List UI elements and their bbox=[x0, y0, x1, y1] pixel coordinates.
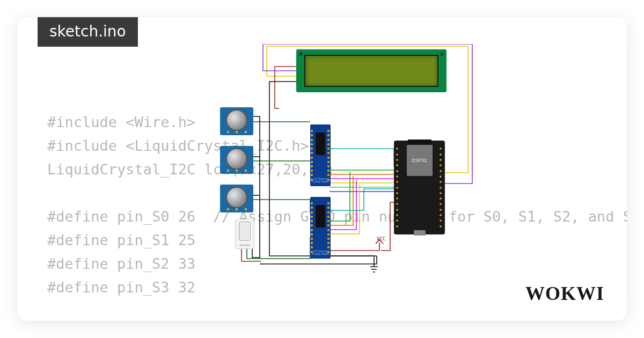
code-line: #define pin_S3 32 bbox=[47, 279, 195, 296]
filename-text: sketch.ino bbox=[49, 23, 126, 40]
dht-label: DHT22 bbox=[236, 244, 254, 247]
circuit-diagram[interactable]: DHT22 16 Channel Analog Digital 16 Chann… bbox=[216, 44, 506, 280]
filename-tab[interactable]: sketch.ino bbox=[38, 17, 138, 47]
mux-label: 16 Channel Analog Digital bbox=[310, 178, 331, 183]
esp32-board[interactable]: ESP32 bbox=[394, 141, 445, 234]
preview-card: sketch.ino #include <Wire.h> #include <L… bbox=[17, 17, 627, 321]
usb-port-icon bbox=[414, 230, 426, 236]
mux-label: 16 Channel Analog Digital bbox=[310, 250, 331, 255]
lcd-display[interactable] bbox=[296, 49, 447, 92]
potentiometer-3[interactable] bbox=[220, 185, 253, 212]
multiplexer-2[interactable]: 16 Channel Analog Digital bbox=[310, 197, 331, 259]
vcc-label: VCC bbox=[377, 236, 385, 241]
esp32-chip-label: ESP32 bbox=[412, 158, 427, 163]
multiplexer-1[interactable]: 16 Channel Analog Digital bbox=[310, 124, 331, 186]
dht22-sensor[interactable]: DHT22 bbox=[235, 219, 254, 249]
potentiometer-1[interactable] bbox=[220, 107, 253, 135]
wokwi-brand: WOKWI bbox=[525, 282, 604, 305]
code-line: #define pin_S2 33 bbox=[47, 255, 195, 272]
potentiometer-2[interactable] bbox=[220, 146, 253, 174]
code-line: #define pin_S1 25 bbox=[47, 232, 195, 248]
code-line: #include <Wire.h> bbox=[47, 114, 195, 130]
esp32-shield: ESP32 bbox=[407, 145, 433, 176]
